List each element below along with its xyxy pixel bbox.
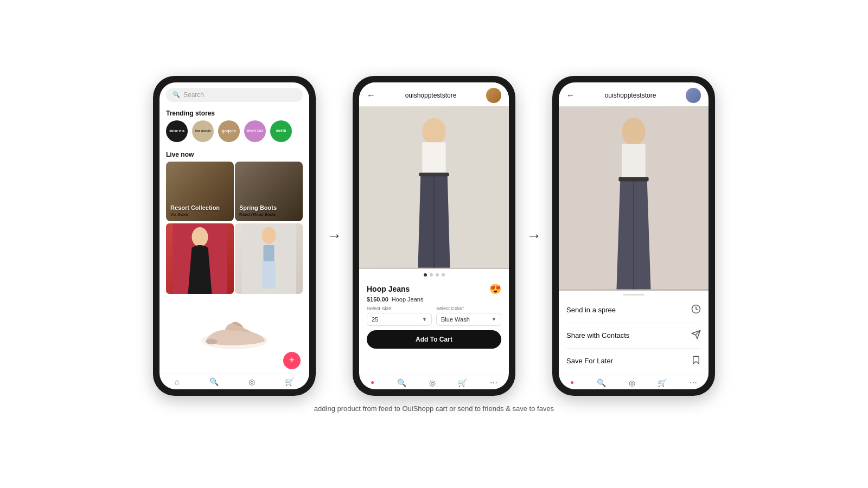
phones-row: 🔍 Search Trending stores dolce vita free… [0,76,868,396]
svg-point-1 [192,227,208,247]
nav-p2-profile-icon[interactable]: ◎ [429,378,436,387]
dot-1 [424,273,427,277]
live-card-resort-content: Resort Collection Vix Swim [170,204,220,216]
share-contacts-option[interactable]: Share with Contacts [566,323,701,349]
shoe-row: + [159,294,309,374]
trending-title: Trending stores [159,105,309,120]
product-grid [159,221,309,294]
svg-rect-5 [263,261,276,288]
save-later-option[interactable]: Save For Later [566,349,701,374]
phone-1-nav: ⌂ 🔍 ◎ 🛒 [159,374,309,389]
phone-1-screen: 🔍 Search Trending stores dolce vita free… [159,82,309,389]
nav-p2-cart-icon[interactable]: 🛒 [458,378,467,387]
dot-2 [430,273,433,277]
svg-rect-15 [622,144,645,178]
svg-point-9 [422,118,445,144]
fab-button[interactable]: + [283,352,301,369]
save-later-label: Save For Later [566,357,613,365]
nav-p3-profile-icon[interactable]: ◎ [629,378,635,387]
svg-rect-17 [618,177,648,181]
phone-1: 🔍 Search Trending stores dolce vita free… [153,76,316,396]
save-later-icon [691,355,701,367]
svg-rect-12 [419,172,449,176]
nav-p3-search-icon[interactable]: 🔍 [597,378,606,387]
image-dots [359,269,509,281]
svg-point-7 [206,339,218,345]
send-spree-icon [691,304,701,316]
size-chevron-icon: ▼ [422,317,427,322]
phone-1-header: 🔍 Search [159,82,309,105]
live-title: Live now [159,146,309,162]
emoji-reaction[interactable]: 😍 [489,283,501,295]
phone-3: ← ouishoppteststore [552,76,715,396]
live-card-boots-title: Spring Boots [239,204,277,211]
search-placeholder: Search [183,91,204,99]
nav-p2-search-icon[interactable]: 🔍 [397,378,406,387]
nav-p3-more-icon[interactable]: ⋯ [690,378,697,387]
live-card-resort[interactable]: Resort Collection Vix Swim [166,162,234,221]
store-dolce-vita[interactable]: dolce vita [166,120,188,142]
search-icon: 🔍 [173,91,180,98]
nav-home-icon[interactable]: ⌂ [175,377,179,386]
phone-2-back-icon[interactable]: ← [367,91,375,100]
bottom-sheet-handle [623,294,644,296]
product-price: $150.00 [367,296,388,303]
nav-p2-home-dot[interactable]: ● [371,378,374,387]
phone-3-screen: ← ouishoppteststore [559,82,709,389]
nav-p3-home-dot[interactable]: ● [570,378,574,387]
nav-p3-cart-icon[interactable]: 🛒 [658,378,667,387]
stores-row: dolce vita free people gorjana WINKY LUX… [159,120,309,146]
dot-4 [442,273,445,277]
nav-search-icon[interactable]: 🔍 [209,377,219,386]
store-gorjana[interactable]: gorjana [218,120,240,142]
phone-2-nav: ● 🔍 ◎ 🛒 ⋯ [359,375,509,389]
color-chevron-icon: ▼ [492,317,496,322]
product-name-row: Hoop Jeans 😍 [367,283,501,295]
live-card-boots-bg: Spring Boots Ranch Road Boots [235,162,303,221]
product-card-active[interactable] [235,223,303,294]
store-aerie[interactable]: aerie [270,120,292,142]
nav-p2-more-icon[interactable]: ⋯ [490,378,497,387]
nav-profile-icon[interactable]: ◎ [248,377,255,386]
live-card-boots-sub: Ranch Road Boots [239,212,277,217]
selectors-row: Select Size: 25 ▼ Select Color: Blue Was… [367,306,501,326]
share-contacts-icon [691,330,701,342]
product-card-dress[interactable] [166,223,234,294]
phone-2-screen: ← ouishoppteststore [359,82,509,389]
size-selector[interactable]: 25 ▼ [367,313,432,326]
product-name: Hoop Jeans [367,285,410,293]
send-spree-option[interactable]: Send in a spree [566,298,701,323]
caption: adding product from feed to OuiShopp car… [314,404,554,413]
phone-3-product-image [559,106,709,291]
add-to-cart-button[interactable]: Add To Cart [367,330,501,349]
phone-3-avatar [686,88,701,103]
live-grid: Resort Collection Vix Swim Spring Boots … [159,162,309,221]
live-card-resort-sub: Vix Swim [170,212,220,217]
arrow-2: → [526,227,541,245]
size-value: 25 [372,316,378,323]
phone-3-back-icon[interactable]: ← [566,91,575,100]
color-value: Blue Wash [441,316,470,323]
store-winky-lux[interactable]: WINKY LUX [244,120,266,142]
arrow-1: → [327,227,342,245]
product-price-label: Hoop Jeans [392,296,424,303]
search-bar[interactable]: 🔍 Search [166,88,303,102]
color-label: Select Color: [436,306,501,311]
store-free-people[interactable]: free people [192,120,214,142]
dot-3 [436,273,439,277]
share-options: Send in a spree Share with Contacts [559,298,709,374]
color-selector[interactable]: Blue Wash ▼ [436,313,501,326]
svg-point-3 [262,227,276,244]
nav-cart-icon[interactable]: 🛒 [285,377,294,386]
price-row: $150.00 Hoop Jeans [367,296,501,303]
phone-2-info: Hoop Jeans 😍 $150.00 Hoop Jeans Select S… [359,281,509,353]
live-card-boots[interactable]: Spring Boots Ranch Road Boots [235,162,303,221]
live-card-boots-content: Spring Boots Ranch Road Boots [239,204,277,216]
share-contacts-label: Share with Contacts [566,331,629,339]
svg-point-14 [622,118,645,145]
phone-2-product-image [359,106,509,269]
color-group: Select Color: Blue Wash ▼ [436,306,501,326]
phone-2-header: ← ouishoppteststore [359,82,509,106]
svg-rect-10 [422,142,445,174]
live-card-resort-bg: Resort Collection Vix Swim [166,162,234,221]
